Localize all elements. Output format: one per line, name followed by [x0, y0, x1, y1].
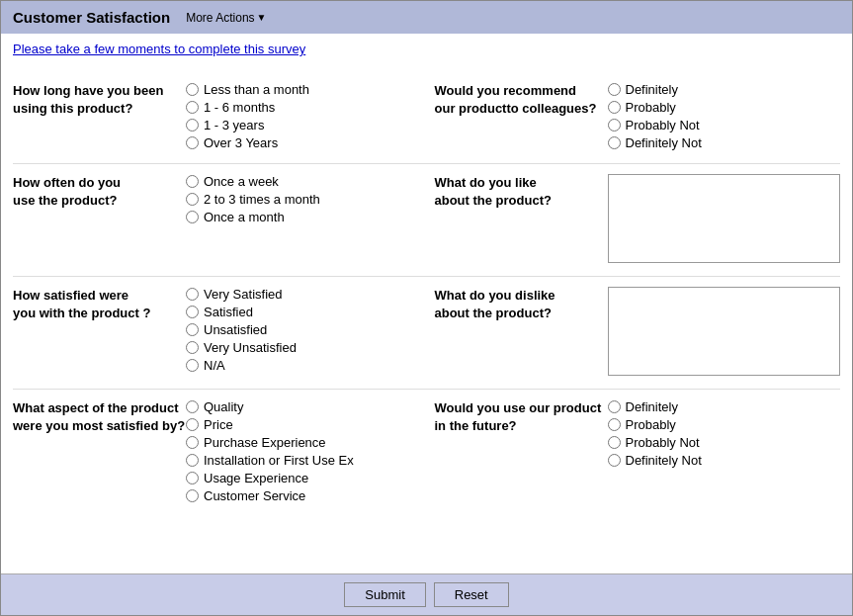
list-item: Once a month [186, 210, 419, 224]
list-item: Definitely [608, 399, 841, 414]
radio-q7-opt2[interactable] [186, 418, 199, 431]
list-item: Once a week [186, 174, 419, 189]
section-1-right: Would you recommendour productto colleag… [419, 82, 841, 153]
radio-q7-opt4[interactable] [186, 454, 199, 467]
section-2-left: How often do youuse the product? Once a … [13, 174, 419, 266]
list-item: Definitely [608, 82, 841, 97]
list-item: Less than a month [186, 82, 419, 97]
list-item: Usage Experience [186, 471, 419, 485]
question-7-label: What aspect of the productwere you most … [13, 399, 186, 506]
list-item: Quality [186, 399, 419, 414]
section-2-right: What do you likeabout the product? [419, 174, 841, 266]
submit-button[interactable]: Submit [344, 582, 425, 607]
list-item: Probably [608, 417, 841, 432]
section-3-left: How satisfied wereyou with the product ?… [13, 287, 419, 379]
section-4: What aspect of the productwere you most … [13, 390, 840, 516]
radio-q8-opt4[interactable] [608, 454, 621, 467]
survey-intro[interactable]: Please take a few moments to complete th… [13, 42, 840, 56]
question-6-textarea-wrapper [608, 287, 841, 379]
radio-q1-opt1[interactable] [186, 83, 199, 96]
page-title: Customer Satisfaction [13, 9, 170, 26]
question-6-label: What do you dislikeabout the product? [435, 287, 608, 379]
section-2: How often do youuse the product? Once a … [13, 164, 840, 277]
question-8-label: Would you use our productin the future? [435, 399, 608, 506]
list-item: 1 - 6 months [186, 100, 419, 115]
dislikes-textarea[interactable] [608, 287, 841, 376]
radio-q8-opt3[interactable] [608, 436, 621, 449]
section-1: How long have you beenusing this product… [13, 72, 840, 164]
list-item: Over 3 Years [186, 135, 419, 150]
question-8-options: Definitely Probably Probably Not Definit… [608, 399, 841, 506]
dropdown-arrow-icon: ▼ [257, 12, 267, 23]
section-4-left: What aspect of the productwere you most … [13, 399, 419, 506]
section-3-right: What do you dislikeabout the product? [419, 287, 841, 379]
radio-q1-opt4[interactable] [186, 136, 199, 149]
radio-q7-opt3[interactable] [186, 436, 199, 449]
radio-q2-opt3[interactable] [608, 119, 621, 132]
question-5-label: How satisfied wereyou with the product ? [13, 287, 186, 379]
radio-q5-opt5[interactable] [186, 359, 199, 372]
radio-q2-opt2[interactable] [608, 101, 621, 114]
list-item: 2 to 3 times a month [186, 192, 419, 207]
list-item: Price [186, 417, 419, 432]
radio-q2-opt4[interactable] [608, 136, 621, 149]
radio-q7-opt5[interactable] [186, 472, 199, 484]
list-item: 1 - 3 years [186, 118, 419, 132]
question-1-label: How long have you beenusing this product… [13, 82, 186, 153]
list-item: Installation or First Use Ex [186, 453, 419, 468]
list-item: Very Satisfied [186, 287, 419, 302]
radio-q3-opt3[interactable] [186, 211, 199, 223]
list-item: Purchase Experience [186, 435, 419, 450]
question-4-textarea-wrapper [608, 174, 841, 266]
list-item: Customer Service [186, 488, 419, 503]
radio-q2-opt1[interactable] [608, 83, 621, 96]
content-area: Please take a few moments to complete th… [1, 34, 852, 573]
radio-q5-opt3[interactable] [186, 323, 199, 336]
question-2-label: Would you recommendour productto colleag… [435, 82, 608, 153]
list-item: N/A [186, 358, 419, 373]
radio-q7-opt1[interactable] [186, 400, 199, 413]
list-item: Satisfied [186, 305, 419, 319]
reset-button[interactable]: Reset [434, 582, 509, 607]
section-3: How satisfied wereyou with the product ?… [13, 277, 840, 390]
question-3-label: How often do youuse the product? [13, 174, 186, 266]
footer: Submit Reset [1, 573, 852, 615]
page-wrapper: Customer Satisfaction More Actions ▼ Ple… [0, 0, 853, 616]
radio-q5-opt2[interactable] [186, 306, 199, 318]
list-item: Probably [608, 100, 841, 115]
radio-q1-opt2[interactable] [186, 101, 199, 114]
list-item: Very Unsatisfied [186, 340, 419, 355]
more-actions-button[interactable]: More Actions ▼ [186, 11, 266, 25]
section-4-right: Would you use our productin the future? … [419, 399, 841, 506]
question-7-options: Quality Price Purchase Experience Instal… [186, 399, 419, 506]
question-2-options: Definitely Probably Probably Not Definit… [608, 82, 841, 153]
list-item: Definitely Not [608, 135, 841, 150]
radio-q3-opt2[interactable] [186, 193, 199, 206]
question-1-options: Less than a month 1 - 6 months 1 - 3 yea… [186, 82, 419, 153]
radio-q5-opt1[interactable] [186, 288, 199, 301]
list-item: Probably Not [608, 435, 841, 450]
question-3-options: Once a week 2 to 3 times a month Once a … [186, 174, 419, 266]
radio-q1-opt3[interactable] [186, 119, 199, 132]
question-4-label: What do you likeabout the product? [435, 174, 608, 266]
list-item: Definitely Not [608, 453, 841, 468]
list-item: Probably Not [608, 118, 841, 132]
radio-q8-opt1[interactable] [608, 400, 621, 413]
radio-q7-opt6[interactable] [186, 489, 199, 502]
likes-textarea[interactable] [608, 174, 841, 263]
question-5-options: Very Satisfied Satisfied Unsatisfied Ver… [186, 287, 419, 379]
header: Customer Satisfaction More Actions ▼ [1, 1, 852, 34]
section-1-left: How long have you beenusing this product… [13, 82, 419, 153]
list-item: Unsatisfied [186, 322, 419, 337]
radio-q5-opt4[interactable] [186, 341, 199, 354]
radio-q8-opt2[interactable] [608, 418, 621, 431]
radio-q3-opt1[interactable] [186, 175, 199, 188]
